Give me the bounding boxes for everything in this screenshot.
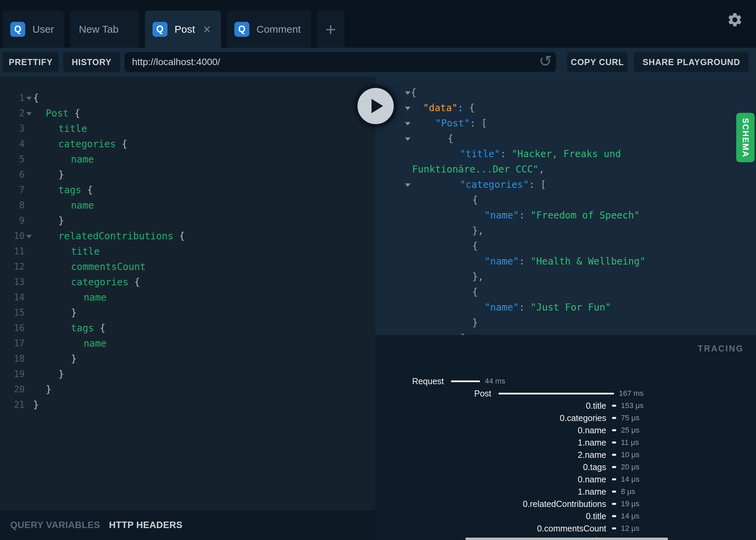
editor-line: 6} <box>0 167 375 182</box>
trace-row: 0.categories75 μs <box>375 412 756 424</box>
code-text: }, <box>411 223 484 238</box>
add-tab-button[interactable]: + <box>317 11 345 48</box>
fold-arrow-icon[interactable] <box>25 90 33 106</box>
editor-line: 14name <box>0 290 375 305</box>
code-text: } <box>33 382 52 397</box>
fold-arrow-icon[interactable] <box>375 177 411 192</box>
line-number: 18 <box>0 351 25 366</box>
reload-icon[interactable]: ↺ <box>539 53 552 69</box>
line-number: 2 <box>0 106 25 121</box>
line-number: 3 <box>0 121 25 136</box>
fold-spacer <box>375 192 411 208</box>
response-line: }, <box>375 223 756 238</box>
code-text: } <box>411 315 478 330</box>
trace-label: Request <box>375 376 444 386</box>
trace-duration-dot <box>612 515 616 517</box>
tab-label: Comment <box>257 24 301 35</box>
line-number: 14 <box>0 290 25 305</box>
trace-duration-dot <box>612 429 616 431</box>
fold-spacer <box>375 315 411 330</box>
fold-spacer <box>25 382 33 397</box>
editor-line: 9} <box>0 213 375 228</box>
line-number: 16 <box>0 320 25 336</box>
copy-curl-button[interactable]: COPY CURL <box>567 52 628 72</box>
editor-line: 4categories { <box>0 136 375 152</box>
trace-label: 0.name <box>375 475 606 484</box>
line-number: 17 <box>0 336 25 351</box>
fold-spacer <box>375 223 411 238</box>
code-text: "title": "Hacker, Freaks und <box>411 146 621 162</box>
fold-arrow-icon[interactable] <box>25 106 33 121</box>
code-text: title <box>33 121 87 136</box>
fold-arrow-icon[interactable] <box>25 228 33 244</box>
tab-user[interactable]: QUser <box>3 11 64 48</box>
trace-label: 1.name <box>375 438 606 448</box>
execute-button[interactable] <box>354 85 397 127</box>
query-editor-lines: 1{2Post {3title4categories {5name6}7tags… <box>0 77 375 412</box>
fold-arrow-icon[interactable] <box>375 131 411 146</box>
code-text: } <box>33 351 77 366</box>
code-text: } <box>33 167 64 182</box>
response-line: { <box>375 192 756 208</box>
tabs: QUserNew TabQPost×QComment+ <box>3 11 345 48</box>
top-tab-bar: QUserNew TabQPost×QComment+ <box>0 0 756 48</box>
line-number: 10 <box>0 228 25 244</box>
line-number: 20 <box>0 382 25 397</box>
gear-icon[interactable] <box>727 12 743 28</box>
trace-row: 2.name10 μs <box>375 449 756 461</box>
response-line: "name": "Health & Wellbeing" <box>375 254 756 269</box>
response-line: "Post": [ <box>375 116 756 131</box>
share-playground-button[interactable]: SHARE PLAYGROUND <box>634 52 749 72</box>
tracing-panel[interactable]: TRACING Request44 msPost167 ms0.title153… <box>375 335 756 540</box>
play-icon <box>372 99 383 113</box>
tab-post[interactable]: QPost× <box>145 11 221 48</box>
code-text: { <box>411 238 478 254</box>
tab-comment[interactable]: QComment <box>227 11 311 48</box>
code-text: "categories": [ <box>411 177 546 192</box>
fold-spacer <box>25 351 33 366</box>
close-icon[interactable]: × <box>203 23 211 36</box>
tab-label: User <box>32 24 54 35</box>
fold-spacer <box>375 238 411 254</box>
code-text: name <box>33 152 94 167</box>
code-text: { <box>411 192 478 208</box>
editor-line: 7tags { <box>0 182 375 198</box>
response-line: { <box>375 85 756 100</box>
query-variables-tab[interactable]: QUERY VARIABLES <box>10 520 100 530</box>
response-pane[interactable]: {"data": {"Post": [{"title": "Hacker, Fr… <box>375 77 756 335</box>
http-headers-tab[interactable]: HTTP HEADERS <box>109 520 183 530</box>
trace-label: 1.name <box>375 487 606 497</box>
response-line: } <box>375 315 756 330</box>
tracing-horizontal-scrollbar[interactable] <box>465 538 668 540</box>
fold-spacer <box>375 269 411 284</box>
history-button[interactable]: HISTORY <box>63 52 120 72</box>
line-number: 11 <box>0 244 25 259</box>
code-text: tags { <box>33 320 105 336</box>
query-editor-pane[interactable]: 1{2Post {3title4categories {5name6}7tags… <box>0 77 375 540</box>
trace-rows: Request44 msPost167 ms0.title153 μs0.cat… <box>375 375 756 540</box>
endpoint-url-input[interactable] <box>125 57 556 68</box>
code-text: tags { <box>33 182 93 198</box>
code-text: "name": "Health & Wellbeing" <box>411 254 645 269</box>
editor-line: 11title <box>0 244 375 259</box>
schema-side-tab[interactable]: SCHEMA <box>736 113 755 162</box>
code-text: { <box>33 90 39 106</box>
fold-spacer <box>25 259 33 274</box>
code-text: commentsCount <box>33 259 146 274</box>
response-line: { <box>375 238 756 254</box>
editor-line: 5name <box>0 152 375 167</box>
trace-time: 167 ms <box>619 389 643 398</box>
trace-duration-dot <box>612 503 616 505</box>
editor-line: 8name <box>0 198 375 213</box>
tab-new-tab[interactable]: New Tab <box>70 11 139 48</box>
trace-label: 0.tags <box>375 462 606 472</box>
trace-duration-bar <box>498 393 614 394</box>
prettify-button[interactable]: PRETTIFY <box>3 52 59 72</box>
code-text: "data": { <box>411 100 475 116</box>
editor-line: 17name <box>0 336 375 351</box>
editor-line: 19} <box>0 366 375 382</box>
toolbar: PRETTIFY HISTORY ↺ COPY CURL SHARE PLAYG… <box>0 48 756 77</box>
trace-label: 0.relatedContributions <box>375 499 606 509</box>
editor-line: 2Post { <box>0 106 375 121</box>
trace-duration-bar <box>451 380 480 382</box>
